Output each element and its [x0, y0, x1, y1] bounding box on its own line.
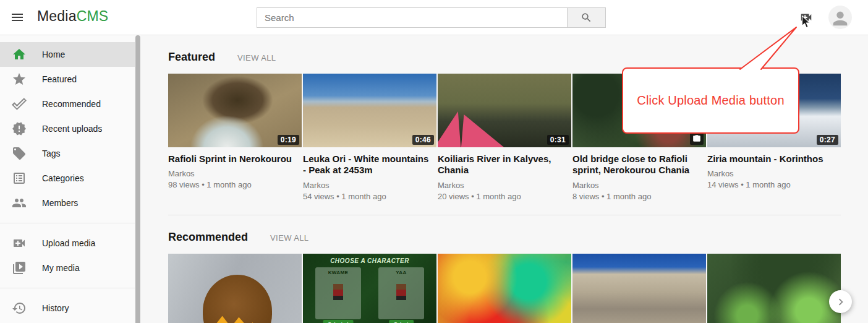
character-panel-left: KWAMESelected — [315, 267, 361, 319]
logo-cms: CMS — [77, 8, 109, 24]
duration-badge: 0:27 — [817, 135, 838, 145]
sidebar-item-members[interactable]: Members — [0, 191, 135, 215]
featured-thumbnail-2[interactable]: 0:46 — [303, 74, 436, 147]
menu-icon[interactable] — [9, 10, 25, 26]
people-icon — [12, 196, 27, 210]
home-icon — [12, 47, 27, 62]
sidebar-item-categories[interactable]: Categories — [0, 166, 135, 191]
list-alt-icon — [12, 171, 27, 186]
sidebar-item-featured[interactable]: Featured — [0, 67, 135, 92]
video-title[interactable]: Ziria mountain - Korinthos — [707, 153, 837, 165]
video-call-icon — [12, 236, 27, 251]
section-divider — [168, 215, 841, 215]
video-meta: 54 views • 1 month ago — [303, 192, 436, 201]
recommended-grid: CHOOSE A CHARACTERKWAMESelectedYAASelect — [168, 254, 841, 323]
thumbnail-overlay-heading: CHOOSE A CHARACTER — [303, 257, 436, 264]
sidebar-item-label: Tags — [42, 149, 61, 158]
recommended-title: Recommended — [168, 231, 248, 244]
recommended-thumbnail-3[interactable] — [438, 254, 571, 323]
video-meta: 14 views • 1 month ago — [707, 180, 841, 189]
search-bar — [257, 7, 606, 28]
sidebar-item-label: Recent uploads — [42, 124, 102, 134]
person-icon — [830, 8, 851, 29]
video-author[interactable]: Markos — [572, 181, 706, 190]
video-card: 0:46Leuka Ori - White mountains - Peak a… — [303, 74, 436, 201]
video-title[interactable]: Rafioli Sprint in Nerokourou — [168, 153, 298, 165]
sidebar-scrollbar[interactable] — [135, 35, 141, 323]
sidebar-item-tags[interactable]: Tags — [0, 141, 135, 166]
video-card: CHOOSE A CHARACTERKWAMESelectedYAASelect — [303, 254, 436, 323]
logo-media: Media — [37, 8, 77, 24]
sidebar-divider — [0, 223, 135, 223]
duration-badge: 0:46 — [412, 135, 434, 145]
featured-thumbnail-3[interactable]: 0:31 — [438, 74, 571, 147]
search-input[interactable] — [257, 7, 568, 28]
sidebar-item-label: Categories — [42, 173, 84, 183]
character-panel-right: YAASelect — [378, 267, 424, 319]
character-name: YAA — [378, 270, 424, 275]
character-select-button: Selected — [323, 320, 354, 323]
tag-icon — [12, 146, 27, 161]
recommended-section: Recommended VIEW ALL CHOOSE A CHARACTERK… — [168, 231, 841, 323]
featured-thumbnail-1[interactable]: 0:19 — [168, 74, 302, 147]
video-card — [168, 254, 302, 323]
history-icon — [12, 301, 27, 316]
sidebar-item-label: Upload media — [42, 238, 95, 248]
video-call-icon — [798, 11, 814, 24]
camera-icon — [690, 133, 704, 145]
star-icon — [12, 72, 27, 87]
sidebar-item-my-media[interactable]: My media — [0, 256, 135, 280]
video-meta: 8 views • 1 month ago — [572, 192, 706, 201]
video-card: 0:19Rafioli Sprint in NerokourouMarkos98… — [168, 74, 302, 201]
video-title[interactable]: Old bridge close to Rafioli sprint, Nero… — [572, 153, 702, 176]
sidebar-item-label: History — [42, 303, 69, 313]
video-title[interactable]: Leuka Ori - White mountains - Peak at 24… — [303, 153, 433, 176]
sidebar-item-history[interactable]: History — [0, 296, 135, 321]
sidebar-item-label: Featured — [42, 74, 77, 84]
sidebar-item-home[interactable]: Home — [0, 42, 135, 67]
scrollbar-thumb[interactable] — [135, 35, 140, 323]
video-library-icon — [12, 261, 27, 275]
video-author[interactable]: Markos — [303, 181, 436, 190]
video-author[interactable]: Markos — [707, 169, 841, 178]
video-author[interactable]: Markos — [438, 181, 571, 190]
upload-media-button[interactable] — [798, 11, 815, 25]
video-author[interactable]: Markos — [168, 169, 302, 178]
recommended-view-all-link[interactable]: VIEW ALL — [270, 233, 308, 243]
recommended-thumbnail-4[interactable] — [572, 254, 706, 323]
callout-text: Click Upload Media button — [637, 93, 784, 108]
sidebar-item-upload-media[interactable]: Upload media — [0, 231, 135, 256]
logo[interactable]: MediaCMS — [37, 8, 108, 25]
video-title[interactable]: Koiliaris River in Kalyves, Chania — [438, 153, 568, 176]
duration-badge: 0:31 — [547, 135, 569, 145]
sidebar-item-recommended[interactable]: Recommended — [0, 92, 135, 116]
sidebar-item-label: My media — [42, 263, 80, 273]
video-card — [707, 254, 841, 323]
character-name: KWAME — [315, 270, 361, 275]
character-select-button: Select — [389, 320, 414, 323]
sidebar-divider — [0, 288, 135, 288]
sidebar-item-label: Recommended — [42, 99, 101, 109]
chevron-right-icon — [834, 295, 848, 309]
mediacms-page: MediaCMS HomeFeaturedRecommendedRecent u… — [0, 0, 868, 323]
video-card — [438, 254, 571, 323]
tutorial-callout: Click Upload Media button — [622, 67, 799, 134]
new-releases-icon — [12, 121, 27, 136]
recommended-thumbnail-5[interactable] — [707, 254, 841, 323]
sidebar-item-recent-uploads[interactable]: Recent uploads — [0, 116, 135, 141]
featured-view-all-link[interactable]: VIEW ALL — [237, 53, 276, 62]
recommended-thumbnail-1[interactable] — [168, 254, 302, 323]
video-meta: 20 views • 1 month ago — [438, 192, 571, 201]
recommended-thumbnail-2[interactable]: CHOOSE A CHARACTERKWAMESelectedYAASelect — [303, 254, 436, 323]
duration-badge: 0:19 — [278, 135, 299, 145]
top-header: MediaCMS — [0, 0, 868, 35]
character-sprite — [333, 284, 343, 300]
video-card: 0:31Koiliaris River in Kalyves, ChaniaMa… — [438, 74, 571, 201]
recommended-header: Recommended VIEW ALL — [168, 231, 841, 244]
user-avatar[interactable] — [828, 6, 852, 29]
sidebar-item-label: Home — [42, 50, 65, 59]
featured-title: Featured — [168, 51, 215, 64]
carousel-next-button[interactable] — [829, 290, 852, 313]
search-button[interactable] — [568, 7, 606, 28]
search-icon — [581, 12, 592, 24]
